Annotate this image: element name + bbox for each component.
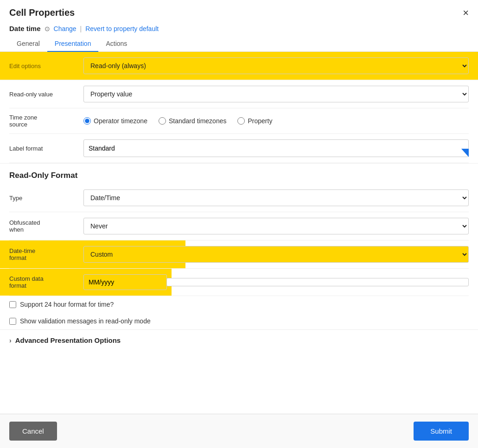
radio-property[interactable]: Property (237, 117, 272, 125)
cancel-button[interactable]: Cancel (9, 422, 57, 441)
date-time-format-row: Date-time format Custom Standard ISO (9, 240, 469, 269)
type-control: Date/Time Date Time (83, 189, 469, 206)
subtitle-row: Date time ⊙ Change | Revert to property … (0, 23, 478, 32)
time-zone-source-row: Time zone source Operator timezone Stand… (9, 108, 469, 134)
advanced-label: Advanced Presentation Options (15, 336, 121, 344)
obfuscated-when-select[interactable]: Never Always Conditionally (83, 218, 469, 234)
advanced-presentation-section[interactable]: › Advanced Presentation Options (0, 329, 478, 351)
label-format-row: Label format Standard (9, 134, 469, 163)
close-button[interactable]: × (463, 8, 469, 18)
support-24hr-checkbox[interactable] (9, 301, 16, 308)
time-zone-radio-group: Operator timezone Standard timezones Pro… (83, 117, 469, 125)
date-time-format-select[interactable]: Custom Standard ISO (83, 246, 469, 263)
read-only-value-control: Property value Custom value (83, 86, 469, 102)
edit-options-select[interactable]: Read-only (always) Editable Read-only (c… (83, 57, 469, 74)
radio-standard-timezones[interactable]: Standard timezones (159, 117, 227, 125)
change-link[interactable]: Change (54, 25, 76, 32)
tabs-row: General Presentation Actions (0, 32, 478, 52)
read-only-value-select[interactable]: Property value Custom value (83, 86, 469, 102)
custom-data-format-control: MM/yyyy (83, 274, 469, 290)
radio-property-input[interactable] (237, 117, 245, 125)
show-validation-row: Show validation messages in read-only mo… (9, 313, 469, 329)
subtitle-label: Date time (9, 25, 41, 32)
type-select[interactable]: Date/Time Date Time (83, 189, 469, 206)
type-row: Type Date/Time Date Time (9, 184, 469, 212)
date-time-format-control: Custom Standard ISO (83, 246, 469, 263)
tab-actions[interactable]: Actions (98, 36, 134, 52)
support-24hr-label: Support 24 hour format for time? (20, 301, 114, 308)
obfuscated-when-control: Never Always Conditionally (83, 218, 469, 234)
radio-operator-input[interactable] (83, 117, 91, 125)
custom-data-format-row: Custom data format MM/yyyy (9, 269, 469, 296)
edit-options-label: Edit options (9, 63, 83, 69)
chevron-right-icon: › (9, 337, 12, 344)
show-validation-label: Show validation messages in read-only mo… (20, 317, 151, 325)
radio-operator-timezone[interactable]: Operator timezone (83, 117, 147, 125)
submit-button[interactable]: Submit (414, 422, 469, 441)
form-section: Edit options Read-only (always) Editable… (0, 52, 478, 163)
read-only-value-row: Read-only value Property value Custom va… (9, 80, 469, 108)
custom-data-format-value[interactable]: MM/yyyy (83, 274, 167, 290)
radio-standard-label: Standard timezones (169, 117, 227, 125)
cell-properties-dialog: Cell Properties × Date time ⊙ Change | R… (0, 0, 478, 448)
read-only-form-section: Type Date/Time Date Time Obfuscated when… (0, 184, 478, 329)
custom-data-format-extra (166, 278, 469, 286)
label-format-label: Label format (9, 145, 83, 152)
radio-property-label: Property (248, 117, 272, 125)
tab-presentation[interactable]: Presentation (47, 36, 99, 52)
type-label: Type (9, 195, 83, 202)
dialog-title: Cell Properties (9, 7, 75, 18)
revert-link[interactable]: Revert to property default (85, 25, 159, 32)
edit-options-control: Read-only (always) Editable Read-only (c… (83, 57, 469, 74)
target-icon: ⊙ (45, 25, 50, 32)
radio-standard-input[interactable] (159, 117, 166, 125)
read-only-value-label: Read-only value (9, 91, 83, 98)
label-format-value: Standard (89, 145, 115, 152)
time-zone-control: Operator timezone Standard timezones Pro… (83, 117, 469, 125)
support-24hr-row: Support 24 hour format for time? (9, 296, 469, 313)
dialog-footer: Cancel Submit (0, 414, 478, 448)
obfuscated-when-label: Obfuscated when (9, 219, 83, 233)
label-format-control: Standard (83, 139, 469, 157)
custom-data-format-label: Custom data format (9, 275, 83, 289)
edit-options-row: Edit options Read-only (always) Editable… (0, 52, 478, 80)
label-format-box[interactable]: Standard (83, 139, 469, 157)
date-time-format-label: Date-time format (9, 247, 83, 261)
time-zone-label: Time zone source (9, 114, 83, 128)
show-validation-checkbox[interactable] (9, 318, 16, 325)
dialog-header: Cell Properties × (0, 0, 478, 23)
label-format-triangle (461, 149, 469, 157)
read-only-format-heading: Read-Only Format (0, 163, 478, 184)
content-area: Edit options Read-only (always) Editable… (0, 52, 478, 414)
radio-operator-label: Operator timezone (94, 117, 147, 125)
obfuscated-when-row: Obfuscated when Never Always Conditional… (9, 212, 469, 240)
tab-general[interactable]: General (9, 36, 47, 52)
